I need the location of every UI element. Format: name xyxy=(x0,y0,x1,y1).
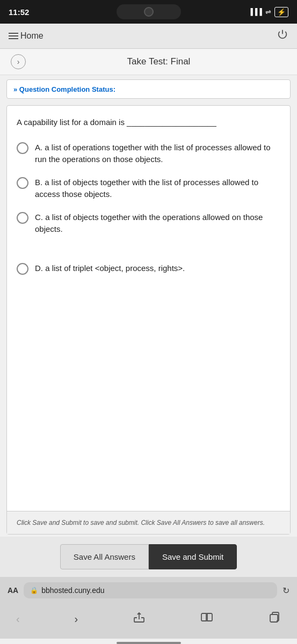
wifi-icon: ⇌ xyxy=(265,8,271,16)
completion-status-bar[interactable]: Question Completion Status: xyxy=(6,79,291,99)
save-and-submit-button[interactable]: Save and Submit xyxy=(149,544,237,569)
book-button[interactable] xyxy=(195,608,219,630)
answer-option-a[interactable]: A. a list of operations together with th… xyxy=(17,142,280,166)
question-text: A capability list for a domain is ______… xyxy=(17,116,280,129)
status-time: 11:52 xyxy=(9,8,29,17)
question-area: A capability list for a domain is ______… xyxy=(7,106,290,511)
url-text: bbhosted.cuny.edu xyxy=(41,586,104,595)
completion-status-label: Question Completion Status: xyxy=(13,85,115,93)
reload-icon[interactable]: ↻ xyxy=(282,586,289,596)
radio-d[interactable] xyxy=(17,263,28,275)
back-button[interactable]: ‹ xyxy=(11,610,25,628)
back-navigation-button[interactable]: › xyxy=(11,54,26,69)
lock-icon: 🔒 xyxy=(30,587,38,594)
nav-home[interactable]: Home xyxy=(9,31,44,41)
page-header: › Take Test: Final xyxy=(0,49,297,75)
status-bar: 11:52 ▐▐▐ ⇌ ⚡ xyxy=(0,0,297,24)
answer-options: A. a list of operations together with th… xyxy=(17,142,280,275)
camera-pill xyxy=(117,4,181,19)
power-button[interactable] xyxy=(277,29,288,43)
bottom-toolbar: ‹ › xyxy=(0,604,297,639)
top-nav: Home xyxy=(0,24,297,49)
option-text-c: C. a list of objects together with the o… xyxy=(35,211,280,236)
aa-label[interactable]: AA xyxy=(8,586,18,595)
chevron-right-icon: › xyxy=(17,57,20,66)
action-buttons: Save All Answers Save and Submit xyxy=(0,537,297,577)
page-title: Take Test: Final xyxy=(31,56,286,67)
tabs-button[interactable] xyxy=(263,608,286,630)
status-icons: ▐▐▐ ⇌ ⚡ xyxy=(248,7,288,17)
radio-c[interactable] xyxy=(17,212,28,224)
url-bar[interactable]: 🔒 bbhosted.cuny.edu xyxy=(24,582,277,598)
answer-option-b[interactable]: B. a list of objects together with the l… xyxy=(17,177,280,201)
share-icon xyxy=(133,611,146,624)
signal-icon: ▐▐▐ xyxy=(248,8,262,16)
radio-b[interactable] xyxy=(17,177,28,189)
save-all-answers-button[interactable]: Save All Answers xyxy=(60,544,149,569)
footer-text: Click Save and Submit to save and submit… xyxy=(17,518,280,528)
svg-rect-0 xyxy=(270,614,278,622)
battery-icon: ⚡ xyxy=(274,7,288,17)
home-label: Home xyxy=(20,31,44,41)
main-content: A capability list for a domain is ______… xyxy=(6,105,291,535)
radio-a[interactable] xyxy=(17,142,28,154)
share-button[interactable] xyxy=(127,608,151,630)
option-text-b: B. a list of objects together with the l… xyxy=(35,177,280,201)
answer-option-c[interactable]: C. a list of objects together with the o… xyxy=(17,211,280,236)
answer-option-d[interactable]: D. a list of triplet <object, process, r… xyxy=(17,262,280,275)
footer-info: Click Save and Submit to save and submit… xyxy=(7,511,290,534)
power-icon xyxy=(277,29,288,41)
forward-button[interactable]: › xyxy=(69,610,84,628)
browser-bar: AA 🔒 bbhosted.cuny.edu ↻ xyxy=(0,577,297,604)
camera-circle xyxy=(144,7,154,17)
option-text-d: D. a list of triplet <object, process, r… xyxy=(35,262,185,275)
book-icon xyxy=(200,611,213,624)
home-indicator xyxy=(117,642,181,644)
hamburger-icon xyxy=(9,33,18,39)
option-text-a: A. a list of operations together with th… xyxy=(35,142,280,166)
tabs-icon xyxy=(268,611,281,624)
